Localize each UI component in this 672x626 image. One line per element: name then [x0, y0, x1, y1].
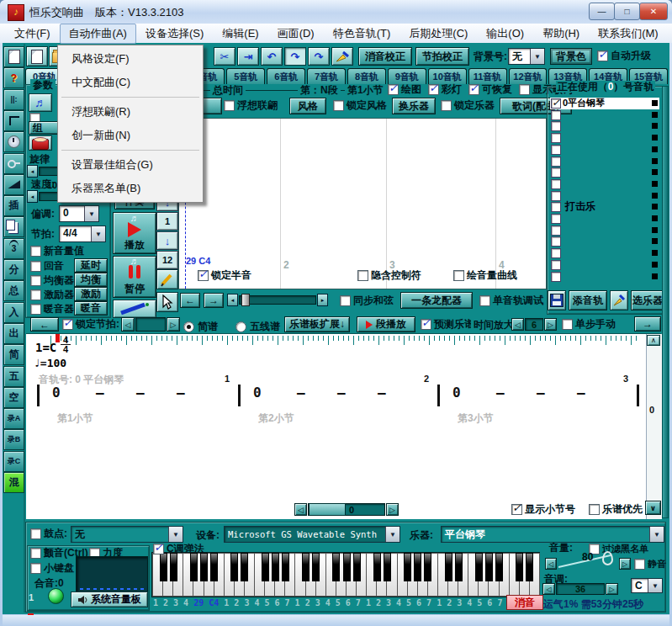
checkbox-icon[interactable] [551, 191, 561, 201]
menubar-item[interactable]: 特色音轨(T) [324, 24, 400, 44]
opt-0-checkbox[interactable]: 新音量值 [30, 246, 84, 257]
chevron-down-icon[interactable]: ▼ [648, 579, 662, 592]
score-left-button[interactable]: ← [30, 317, 59, 332]
均衡-button[interactable]: 均衡 [74, 273, 108, 287]
single-step-checkbox[interactable]: 单步手动 [562, 319, 616, 330]
checkbox-icon[interactable] [551, 248, 561, 258]
jianpu-radio[interactable]: 简谱 [183, 320, 218, 334]
sidebar-copy[interactable] [3, 216, 24, 237]
menubar-item[interactable]: 画面(D) [268, 24, 324, 44]
score-vscrollbar[interactable] [646, 334, 662, 519]
brush-button[interactable] [331, 47, 353, 66]
mute-correction-button[interactable]: 消音校正 [358, 47, 412, 66]
black-key[interactable] [230, 553, 238, 581]
beat-correction-button[interactable]: 节拍校正 [415, 47, 469, 66]
mute-button[interactable]: 消音 [506, 595, 543, 610]
sidebar-help[interactable]: ? [3, 67, 24, 88]
piano-keyboard[interactable] [151, 552, 540, 597]
predict-score-checkbox[interactable]: 预测乐谱 [421, 319, 474, 330]
lock-instrument-checkbox[interactable]: 锁定乐器 [441, 100, 495, 111]
fancy-checkbox[interactable]: 浮想联翩 [224, 100, 278, 111]
opt-3-checkbox[interactable]: 激励器 [30, 289, 74, 300]
black-key[interactable] [302, 553, 310, 581]
black-key[interactable] [170, 553, 177, 581]
hscroll-track[interactable]: 0 [308, 503, 385, 516]
hscroll-thumb[interactable] [309, 503, 346, 516]
key-select[interactable]: C▼ [631, 578, 663, 593]
volume-up-button[interactable]: ▷ [619, 558, 631, 570]
track-row[interactable] [550, 271, 659, 283]
可恢复-checkbox[interactable]: 可恢复 [468, 84, 512, 95]
black-key[interactable] [485, 553, 493, 581]
drumbeat-checkbox[interactable]: 鼓点: [30, 528, 67, 539]
sidebar-in[interactable]: 入 [3, 302, 24, 323]
menubar-item[interactable]: 联系我们(M) [589, 24, 668, 44]
brush-track-button[interactable] [610, 290, 628, 310]
chevron-down-icon[interactable]: ▼ [168, 527, 183, 542]
track-tab[interactable]: 8音轨 [347, 68, 386, 84]
small-keyboard-checkbox[interactable]: 小键盘 [30, 563, 74, 574]
save-track-button[interactable] [548, 290, 566, 310]
track-row[interactable] [550, 178, 659, 190]
sidebar-out[interactable]: 出 [3, 323, 24, 344]
black-key[interactable] [373, 553, 381, 581]
cursor-tool-button[interactable] [156, 292, 178, 312]
single-track-debug-checkbox[interactable]: 单音轨调试 [479, 295, 543, 306]
sidebar-insert[interactable]: 插 [3, 195, 24, 216]
pause-button[interactable]: ♬ 暂停 [113, 256, 156, 298]
track-row[interactable] [550, 156, 659, 167]
sidebar-key[interactable] [3, 153, 24, 174]
volume-pointer[interactable] [602, 551, 613, 565]
scroll-left-button[interactable]: ← [180, 293, 200, 308]
close-button[interactable]: ✕ [639, 3, 668, 20]
beat-select[interactable]: 4/4▼ [59, 225, 106, 242]
black-key[interactable] [455, 553, 463, 581]
melody-note-button[interactable]: ♬ [29, 93, 52, 112]
opt-4-checkbox[interactable]: 暖音器 [30, 304, 74, 315]
track-row[interactable] [550, 144, 659, 156]
menu-item[interactable]: 乐器黑名单(B) [58, 177, 203, 200]
spin-box[interactable]: 1 [156, 212, 178, 231]
track-row[interactable]: 0平台钢琴 [550, 98, 659, 109]
延时-button[interactable]: 延时 [74, 258, 108, 273]
score-right-button[interactable]: → [634, 316, 661, 332]
black-key[interactable] [312, 553, 320, 581]
c-mode-checkbox[interactable]: C调弹法 [153, 544, 204, 554]
opt-1-checkbox[interactable]: 回音 [30, 261, 64, 272]
black-key[interactable] [353, 553, 361, 581]
chevron-down-icon[interactable]: ▼ [649, 527, 664, 542]
pen-tool-button[interactable] [113, 300, 156, 318]
black-key[interactable] [526, 553, 533, 581]
drumbeat-select[interactable]: 无▼ [71, 526, 183, 543]
black-key[interactable] [445, 553, 452, 581]
sidebar-triplet[interactable]: 3 [3, 238, 24, 259]
checkbox-icon[interactable] [551, 167, 561, 178]
black-key[interactable] [495, 553, 503, 581]
sync-chord-checkbox[interactable]: 同步和弦 [340, 295, 394, 306]
background-color-button[interactable]: 背景色 [550, 48, 592, 65]
menubar-item[interactable]: 文件(F) [5, 24, 60, 44]
sidebar-new-doc[interactable] [3, 46, 24, 67]
sidebar-mix[interactable]: 混 [3, 472, 24, 493]
track-tab[interactable]: 6音轨 [267, 68, 305, 84]
menubar-item[interactable]: 后期处理(C) [399, 24, 477, 44]
new-file-button[interactable] [26, 46, 48, 66]
black-key[interactable] [332, 553, 340, 581]
彩灯-checkbox[interactable]: 彩灯 [428, 84, 462, 95]
checkbox-icon[interactable] [551, 236, 561, 247]
menubar-item[interactable]: 输出(O) [477, 24, 533, 44]
track-tab[interactable]: 12音轨 [509, 68, 548, 84]
score-priority-checkbox[interactable]: 乐谱优先 [589, 504, 643, 515]
checkbox-icon[interactable] [551, 121, 561, 131]
track-row[interactable] [550, 132, 659, 144]
checkbox-icon[interactable] [551, 133, 561, 143]
track-row[interactable]: 打击乐 [550, 201, 659, 213]
checkbox-icon[interactable] [551, 214, 561, 224]
opt-2-checkbox[interactable]: 均衡器 [30, 275, 74, 286]
detune-select[interactable]: 0▼ [59, 205, 99, 222]
track-tab[interactable]: 7音轨 [307, 68, 346, 84]
volume-down-button[interactable]: ◁ [545, 558, 557, 570]
sidebar-rec-b[interactable]: 录B [3, 429, 24, 450]
maximize-button[interactable]: □ [614, 3, 640, 20]
checkbox-icon[interactable] [551, 179, 561, 189]
